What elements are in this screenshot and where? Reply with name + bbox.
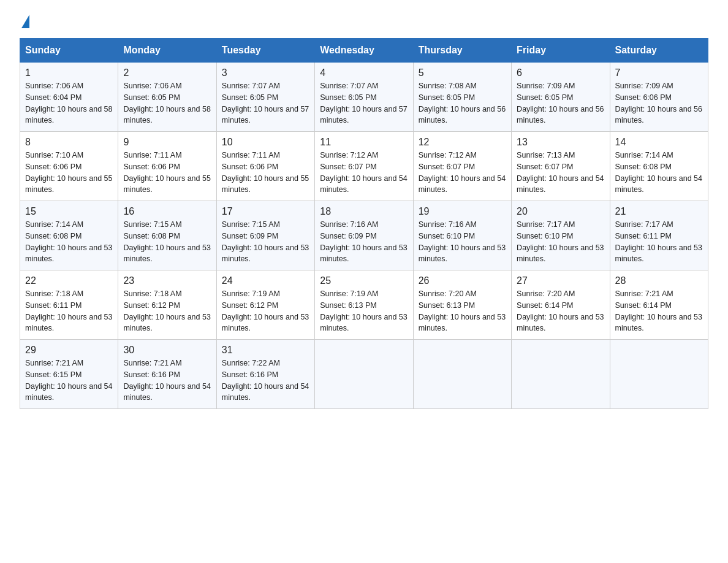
day-info: Sunrise: 7:06 AMSunset: 6:04 PMDaylight:… (25, 80, 113, 126)
day-number: 10 (222, 137, 309, 148)
calendar-week-row: 8Sunrise: 7:10 AMSunset: 6:06 PMDaylight… (20, 132, 708, 201)
day-info: Sunrise: 7:15 AMSunset: 6:09 PMDaylight:… (222, 219, 309, 265)
day-info: Sunrise: 7:13 AMSunset: 6:07 PMDaylight:… (517, 150, 604, 196)
day-info: Sunrise: 7:07 AMSunset: 6:05 PMDaylight:… (222, 80, 309, 126)
day-number: 7 (615, 67, 703, 79)
calendar-week-row: 15Sunrise: 7:14 AMSunset: 6:08 PMDayligh… (20, 201, 708, 270)
calendar-cell: 12Sunrise: 7:12 AMSunset: 6:07 PMDayligh… (413, 132, 511, 201)
day-number: 26 (419, 275, 506, 286)
calendar-cell: 15Sunrise: 7:14 AMSunset: 6:08 PMDayligh… (20, 201, 118, 270)
day-info: Sunrise: 7:11 AMSunset: 6:06 PMDaylight:… (222, 150, 309, 196)
day-number: 5 (419, 67, 506, 79)
calendar-cell (413, 340, 511, 409)
day-number: 8 (25, 137, 113, 148)
day-number: 25 (320, 275, 408, 286)
day-number: 6 (517, 67, 604, 79)
calendar-cell: 10Sunrise: 7:11 AMSunset: 6:06 PMDayligh… (216, 132, 314, 201)
calendar-cell: 17Sunrise: 7:15 AMSunset: 6:09 PMDayligh… (216, 201, 314, 270)
calendar-week-row: 1Sunrise: 7:06 AMSunset: 6:04 PMDaylight… (20, 63, 708, 132)
calendar-cell: 6Sunrise: 7:09 AMSunset: 6:05 PMDaylight… (512, 63, 610, 132)
day-info: Sunrise: 7:18 AMSunset: 6:11 PMDaylight:… (25, 288, 113, 334)
calendar-cell: 7Sunrise: 7:09 AMSunset: 6:06 PMDaylight… (610, 63, 708, 132)
day-number: 30 (123, 345, 211, 356)
day-number: 15 (25, 206, 113, 217)
calendar-cell: 29Sunrise: 7:21 AMSunset: 6:15 PMDayligh… (20, 340, 118, 409)
day-number: 28 (615, 275, 703, 286)
calendar-cell: 14Sunrise: 7:14 AMSunset: 6:08 PMDayligh… (610, 132, 708, 201)
day-number: 4 (320, 67, 408, 79)
day-number: 31 (222, 345, 309, 356)
calendar-cell: 2Sunrise: 7:06 AMSunset: 6:05 PMDaylight… (118, 63, 216, 132)
day-info: Sunrise: 7:17 AMSunset: 6:10 PMDaylight:… (517, 219, 604, 265)
day-number: 9 (123, 137, 211, 148)
day-info: Sunrise: 7:06 AMSunset: 6:05 PMDaylight:… (123, 80, 211, 126)
day-info: Sunrise: 7:09 AMSunset: 6:05 PMDaylight:… (517, 80, 604, 126)
day-number: 11 (320, 137, 408, 148)
calendar-cell (315, 340, 413, 409)
calendar-table: SundayMondayTuesdayWednesdayThursdayFrid… (20, 38, 708, 409)
calendar-cell: 18Sunrise: 7:16 AMSunset: 6:09 PMDayligh… (315, 201, 413, 270)
calendar-cell: 31Sunrise: 7:22 AMSunset: 6:16 PMDayligh… (216, 340, 314, 409)
calendar-cell: 26Sunrise: 7:20 AMSunset: 6:13 PMDayligh… (413, 270, 511, 340)
day-info: Sunrise: 7:16 AMSunset: 6:10 PMDaylight:… (419, 219, 506, 265)
day-info: Sunrise: 7:16 AMSunset: 6:09 PMDaylight:… (320, 219, 408, 265)
logo-triangle-icon (21, 15, 29, 28)
day-info: Sunrise: 7:20 AMSunset: 6:14 PMDaylight:… (517, 288, 604, 334)
header-saturday: Saturday (610, 39, 708, 63)
day-info: Sunrise: 7:19 AMSunset: 6:12 PMDaylight:… (222, 288, 309, 334)
day-info: Sunrise: 7:21 AMSunset: 6:14 PMDaylight:… (615, 288, 703, 334)
header-wednesday: Wednesday (315, 39, 413, 63)
day-info: Sunrise: 7:12 AMSunset: 6:07 PMDaylight:… (320, 150, 408, 196)
day-number: 27 (517, 275, 604, 286)
calendar-cell: 16Sunrise: 7:15 AMSunset: 6:08 PMDayligh… (118, 201, 216, 270)
calendar-header-row: SundayMondayTuesdayWednesdayThursdayFrid… (20, 39, 708, 63)
day-number: 12 (419, 137, 506, 148)
day-info: Sunrise: 7:14 AMSunset: 6:08 PMDaylight:… (615, 150, 703, 196)
day-info: Sunrise: 7:22 AMSunset: 6:16 PMDaylight:… (222, 358, 309, 404)
day-info: Sunrise: 7:07 AMSunset: 6:05 PMDaylight:… (320, 80, 408, 126)
day-number: 22 (25, 275, 113, 286)
day-info: Sunrise: 7:11 AMSunset: 6:06 PMDaylight:… (123, 150, 211, 196)
calendar-cell: 8Sunrise: 7:10 AMSunset: 6:06 PMDaylight… (20, 132, 118, 201)
calendar-cell: 1Sunrise: 7:06 AMSunset: 6:04 PMDaylight… (20, 63, 118, 132)
day-info: Sunrise: 7:12 AMSunset: 6:07 PMDaylight:… (419, 150, 506, 196)
calendar-cell: 4Sunrise: 7:07 AMSunset: 6:05 PMDaylight… (315, 63, 413, 132)
day-number: 21 (615, 206, 703, 217)
day-info: Sunrise: 7:20 AMSunset: 6:13 PMDaylight:… (419, 288, 506, 334)
day-info: Sunrise: 7:17 AMSunset: 6:11 PMDaylight:… (615, 219, 703, 265)
calendar-cell (512, 340, 610, 409)
calendar-cell: 27Sunrise: 7:20 AMSunset: 6:14 PMDayligh… (512, 270, 610, 340)
calendar-cell: 28Sunrise: 7:21 AMSunset: 6:14 PMDayligh… (610, 270, 708, 340)
day-info: Sunrise: 7:15 AMSunset: 6:08 PMDaylight:… (123, 219, 211, 265)
header-sunday: Sunday (20, 39, 118, 63)
day-info: Sunrise: 7:21 AMSunset: 6:16 PMDaylight:… (123, 358, 211, 404)
calendar-cell: 19Sunrise: 7:16 AMSunset: 6:10 PMDayligh… (413, 201, 511, 270)
calendar-cell: 11Sunrise: 7:12 AMSunset: 6:07 PMDayligh… (315, 132, 413, 201)
logo (20, 15, 29, 28)
day-number: 17 (222, 206, 309, 217)
day-number: 20 (517, 206, 604, 217)
calendar-cell: 9Sunrise: 7:11 AMSunset: 6:06 PMDaylight… (118, 132, 216, 201)
header-monday: Monday (118, 39, 216, 63)
day-info: Sunrise: 7:14 AMSunset: 6:08 PMDaylight:… (25, 219, 113, 265)
calendar-cell: 5Sunrise: 7:08 AMSunset: 6:05 PMDaylight… (413, 63, 511, 132)
day-number: 2 (123, 67, 211, 79)
calendar-cell: 3Sunrise: 7:07 AMSunset: 6:05 PMDaylight… (216, 63, 314, 132)
calendar-cell: 20Sunrise: 7:17 AMSunset: 6:10 PMDayligh… (512, 201, 610, 270)
calendar-cell: 23Sunrise: 7:18 AMSunset: 6:12 PMDayligh… (118, 270, 216, 340)
day-number: 23 (123, 275, 211, 286)
day-info: Sunrise: 7:19 AMSunset: 6:13 PMDaylight:… (320, 288, 408, 334)
calendar-cell: 21Sunrise: 7:17 AMSunset: 6:11 PMDayligh… (610, 201, 708, 270)
day-info: Sunrise: 7:10 AMSunset: 6:06 PMDaylight:… (25, 150, 113, 196)
day-info: Sunrise: 7:09 AMSunset: 6:06 PMDaylight:… (615, 80, 703, 126)
day-number: 3 (222, 67, 309, 79)
calendar-week-row: 22Sunrise: 7:18 AMSunset: 6:11 PMDayligh… (20, 270, 708, 340)
day-number: 18 (320, 206, 408, 217)
calendar-cell: 25Sunrise: 7:19 AMSunset: 6:13 PMDayligh… (315, 270, 413, 340)
header-tuesday: Tuesday (216, 39, 314, 63)
header-thursday: Thursday (413, 39, 511, 63)
calendar-cell: 30Sunrise: 7:21 AMSunset: 6:16 PMDayligh… (118, 340, 216, 409)
day-number: 29 (25, 345, 113, 356)
calendar-cell (610, 340, 708, 409)
calendar-cell: 22Sunrise: 7:18 AMSunset: 6:11 PMDayligh… (20, 270, 118, 340)
